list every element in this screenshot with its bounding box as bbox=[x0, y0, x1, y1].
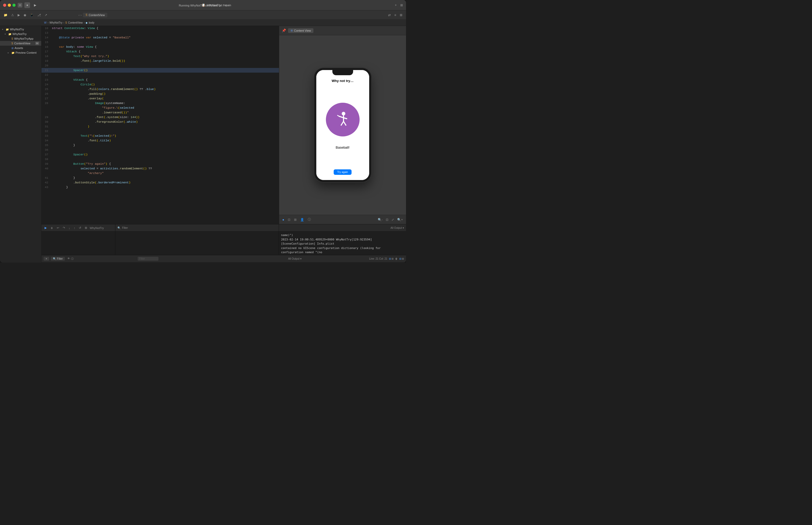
code-line-21: 21 Spacer() bbox=[42, 68, 279, 73]
variables-panel bbox=[42, 231, 115, 255]
run-icon[interactable]: ▶ bbox=[17, 13, 21, 17]
debug-step-out-icon[interactable]: ↑ bbox=[73, 226, 76, 230]
filter-label: Filter bbox=[122, 226, 128, 229]
device-icon[interactable]: 📱 bbox=[29, 13, 35, 17]
preview-tab[interactable]: ⊞ Content View bbox=[288, 28, 313, 33]
code-line-29: 29 .font(.system(size: 144)) bbox=[42, 115, 279, 120]
debug-play-icon[interactable]: ▶ bbox=[44, 226, 48, 230]
zoom-100-icon[interactable]: ⊡ bbox=[385, 217, 389, 222]
bottom-middle: 🔍 Filter bbox=[116, 224, 279, 255]
preview-toolbar: 📌 ⊞ Content View bbox=[279, 26, 406, 35]
editor-preview-top: 10 struct ContentView: View { 13 14 @Sta… bbox=[42, 26, 406, 224]
filter-toggle-button[interactable]: 🔍 Filter bbox=[51, 257, 65, 261]
preview-grid-icon[interactable]: ⊞ bbox=[293, 217, 297, 222]
debug-memory-icon[interactable]: ⊞ bbox=[84, 226, 88, 230]
code-line-41: 41 } bbox=[42, 176, 279, 180]
split-view-icon[interactable]: ⊟ bbox=[389, 257, 391, 260]
sidebar-item-contentview[interactable]: ▸ S ContentView M bbox=[0, 41, 41, 46]
code-line-33: 33 Text("\(selected)!") bbox=[42, 134, 279, 138]
zoom-out-icon[interactable]: 🔍- bbox=[377, 217, 384, 222]
try-again-button[interactable]: Try again bbox=[334, 169, 352, 175]
debug-pause-icon[interactable]: ⏸ bbox=[49, 226, 54, 230]
svg-line-2 bbox=[339, 116, 343, 118]
debug-restart-icon[interactable]: ↺ bbox=[78, 226, 82, 230]
breakpoint-icon[interactable]: ◉ bbox=[22, 13, 27, 17]
titlebar: ⊟ ■ ▶ 📋 WhyNotTry › main Running WhyNotT… bbox=[0, 0, 406, 10]
sidebar-item-app[interactable]: ▸ S WhyNotTryApp bbox=[0, 36, 41, 41]
debug-step-back-icon[interactable]: ↩ bbox=[56, 226, 60, 230]
preview-stop-icon[interactable]: ⊡ bbox=[287, 217, 291, 222]
zoom-fit-icon[interactable]: ⤢ bbox=[390, 217, 395, 222]
share-icon[interactable]: ↗ bbox=[44, 13, 48, 17]
breadcrumb-sep2: › bbox=[63, 21, 64, 24]
debug-step-into-icon[interactable]: ↓ bbox=[68, 226, 71, 230]
code-line-40a: 40 selected = activities.randomElement()… bbox=[42, 166, 279, 171]
code-line-17: 17 VStack { bbox=[42, 49, 279, 54]
code-line-42: 42 .buttonStyle(.borderedProminent) bbox=[42, 180, 279, 185]
code-line-25: 25 .fill(colors.randomElement() ?? .blue… bbox=[42, 87, 279, 92]
split-editor-icon[interactable]: ⇄ bbox=[387, 13, 392, 17]
chevron-right-icon: ▸ bbox=[8, 51, 10, 54]
bottom-left: ▶ ⏸ ↩ ↷ ↓ ↑ ↺ ⊞ WhyNotTry bbox=[42, 224, 116, 255]
code-line-14: 14 @State private var selected = "Baseba… bbox=[42, 35, 279, 40]
nav-back[interactable]: ‹ › bbox=[79, 14, 81, 17]
add-editor-button[interactable]: + bbox=[395, 3, 397, 7]
filter-icon: 🔍 bbox=[118, 226, 121, 229]
filter-icon2[interactable]: ⊞ bbox=[402, 257, 404, 260]
svg-line-5 bbox=[341, 121, 343, 125]
eye-icon[interactable]: 👁 bbox=[67, 257, 70, 261]
fullscreen-button[interactable] bbox=[13, 4, 16, 7]
content-view-tab[interactable]: S ContentView bbox=[83, 13, 107, 17]
preview-play-icon[interactable]: ● bbox=[281, 217, 285, 222]
preview-device-icon[interactable]: 👤 bbox=[299, 217, 305, 222]
info-icon[interactable]: ⓘ bbox=[71, 257, 74, 261]
main-window: ⊟ ■ ▶ 📋 WhyNotTry › main Running WhyNotT… bbox=[0, 0, 406, 262]
console-filter-input[interactable]: Filter bbox=[138, 257, 158, 261]
sidebar-item-subfolder[interactable]: ▾ 📁 WhyNotTry bbox=[0, 32, 41, 36]
code-line-28b: "figure.\(selected bbox=[42, 106, 279, 110]
scheme-label: WhyNotTry bbox=[90, 226, 104, 229]
full-view-icon[interactable]: ⊞ bbox=[392, 257, 394, 260]
preview-info-icon[interactable]: ⓘ bbox=[307, 217, 312, 222]
close-button[interactable] bbox=[3, 4, 6, 7]
console-content bbox=[116, 231, 279, 255]
sidebar-item-preview[interactable]: ▸ 📁 Preview Content bbox=[0, 50, 41, 55]
sidebar-preview-label: Preview Content bbox=[16, 51, 36, 54]
code-line-37: 37 Spacer() bbox=[42, 152, 279, 157]
git-icon[interactable]: ⎇ bbox=[36, 13, 42, 17]
main-area: ▾ 📁 WhyNotTry ▾ 📁 WhyNotTry ▸ S WhyNotTr… bbox=[0, 26, 406, 262]
debug-step-over-icon[interactable]: ↷ bbox=[62, 226, 66, 230]
toolbar-main: ‹ › S ContentView bbox=[79, 13, 385, 17]
code-editor[interactable]: 10 struct ContentView: View { 13 14 @Sta… bbox=[42, 26, 279, 224]
plus-icon: + bbox=[46, 257, 47, 260]
zoom-in-icon[interactable]: 🔍+ bbox=[396, 217, 404, 222]
baseball-figure-icon bbox=[334, 110, 352, 129]
sidebar-item-root[interactable]: ▾ 📁 WhyNotTry bbox=[0, 27, 41, 32]
breadcrumb-file[interactable]: ContentView bbox=[68, 21, 83, 24]
sidebar-item-assets[interactable]: ▸ ⊞ Assets bbox=[0, 46, 41, 50]
pin-icon[interactable]: 📌 bbox=[282, 29, 286, 32]
breadcrumb-symbol[interactable]: body bbox=[89, 21, 94, 24]
folder-icon: 📁 bbox=[6, 28, 9, 31]
inspector-icon[interactable]: ⊞ bbox=[399, 13, 403, 17]
layout-button[interactable]: ⊞ bbox=[400, 3, 403, 7]
minimap-icon[interactable]: ≡ bbox=[393, 13, 397, 17]
sidebar-toggle-icon[interactable]: ⊟ bbox=[18, 3, 22, 7]
filter-icon: 🔍 bbox=[53, 257, 56, 260]
trash-icon[interactable]: 🗑 bbox=[395, 257, 398, 260]
breadcrumb-project[interactable]: WhyNotTry bbox=[49, 21, 62, 24]
run-status-text: Running WhyNotTry on iPhone 14 Pro bbox=[179, 4, 227, 7]
add-file-button[interactable]: + bbox=[44, 257, 49, 261]
warning-icon[interactable]: ⚠ bbox=[10, 13, 15, 17]
iphone-notch bbox=[332, 70, 353, 75]
minimize-button[interactable] bbox=[8, 4, 11, 7]
filter-icon-blue[interactable]: ⊟ bbox=[399, 257, 401, 260]
code-line-24: 24 Circle() bbox=[42, 82, 279, 87]
code-line-39: 39 Button("Try again") { bbox=[42, 162, 279, 166]
stop-button[interactable]: ■ bbox=[25, 2, 30, 8]
output-selector[interactable]: All Output ▾ bbox=[390, 226, 404, 229]
sidebar-app-label: WhyNotTryApp bbox=[14, 37, 33, 40]
output-selector-label[interactable]: All Output ▾ bbox=[288, 257, 302, 260]
code-line-23: 23 VStack { bbox=[42, 78, 279, 82]
run-button[interactable]: ▶ bbox=[32, 2, 38, 8]
